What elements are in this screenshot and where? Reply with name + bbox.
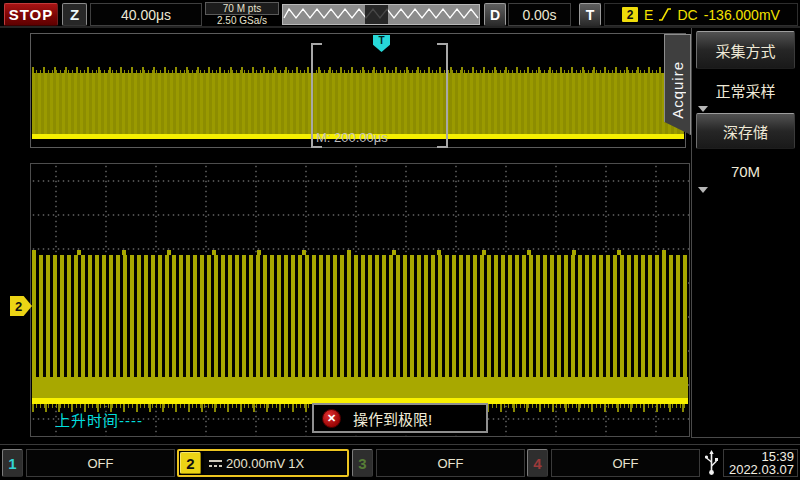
clock: 15:39 2022.03.07 bbox=[723, 449, 798, 477]
channel2-cell[interactable]: 2 200.00mV 1X bbox=[177, 449, 349, 477]
acquire-tab[interactable]: Acquire bbox=[664, 34, 691, 135]
delay-button[interactable]: D bbox=[484, 3, 506, 26]
channel2-probe: 1X bbox=[288, 456, 304, 471]
trigger-level: -136.000mV bbox=[704, 7, 780, 23]
zoom-window-right-bracket[interactable] bbox=[437, 43, 448, 148]
chevron-down-icon bbox=[698, 106, 708, 112]
channel2-scale: 200.00mV bbox=[226, 456, 285, 471]
side-menu: 采集方式 正常采样 深存储 70M bbox=[691, 28, 800, 438]
waveform-display: 上升时间---- bbox=[30, 163, 690, 437]
channel2-badge: 2 bbox=[180, 452, 201, 474]
channel1-status: OFF bbox=[26, 449, 175, 477]
channel3-badge: 3 bbox=[352, 449, 373, 477]
usb-indicator bbox=[702, 449, 721, 477]
memory-depth-text: 70M bbox=[731, 163, 760, 180]
view-window-marker bbox=[365, 5, 388, 24]
acquisition-mode-value: 正常采样 bbox=[694, 75, 797, 105]
rise-time-measurement: 上升时间---- bbox=[55, 409, 143, 430]
trigger-source-badge: 2 bbox=[622, 7, 638, 22]
run-stop-button[interactable]: STOP bbox=[4, 3, 58, 26]
channel1-badge: 1 bbox=[2, 449, 23, 477]
horizontal-delay-readout: 0.00s bbox=[508, 3, 571, 26]
error-icon: ✕ bbox=[322, 409, 341, 428]
channel3-status: OFF bbox=[376, 449, 525, 477]
channel4-badge: 4 bbox=[527, 449, 548, 477]
trigger-menu-button[interactable]: T bbox=[579, 3, 601, 26]
date-readout: 2022.03.07 bbox=[729, 463, 794, 476]
trigger-coupling: DC bbox=[677, 7, 697, 23]
rising-edge-icon bbox=[659, 7, 671, 22]
channel4-cell[interactable]: 4 OFF bbox=[527, 449, 700, 477]
main-timebase-label: M: 200.00μs bbox=[316, 130, 388, 145]
top-bar: STOP Z 40.00μs 70 M pts 2.50 GSa/s D 0.0… bbox=[0, 0, 800, 28]
menu-item-deep-memory[interactable]: 深存储 bbox=[696, 113, 795, 149]
memory-depth: 70 M pts bbox=[205, 2, 279, 15]
channel1-cell[interactable]: 1 OFF bbox=[2, 449, 175, 477]
channel2-waveform bbox=[32, 255, 688, 377]
dc-coupling-icon bbox=[208, 458, 223, 469]
alert-dialog: ✕ 操作到极限! bbox=[312, 403, 488, 433]
overview-waveform-band bbox=[32, 73, 684, 134]
chevron-down-icon bbox=[698, 187, 708, 193]
acquisition-readout: 70 M pts 2.50 GSa/s bbox=[205, 2, 279, 26]
menu-item-acquisition-mode[interactable]: 采集方式 bbox=[696, 31, 795, 69]
memory-depth-value: 70M bbox=[694, 156, 797, 186]
channel-status-bar: 1 OFF 2 200.00mV 1X 3 OFF 4 OFF bbox=[0, 444, 800, 480]
trigger-type: E bbox=[644, 7, 653, 23]
zoom-mode-button[interactable]: Z bbox=[62, 3, 87, 26]
timebase-readout: 40.00μs bbox=[90, 3, 202, 26]
channel3-cell[interactable]: 3 OFF bbox=[352, 449, 525, 477]
trigger-position-marker[interactable]: T bbox=[373, 35, 390, 52]
channel4-status: OFF bbox=[551, 449, 700, 477]
sample-rate: 2.50 GSa/s bbox=[205, 15, 279, 26]
channel2-settings: 200.00mV 1X bbox=[204, 452, 346, 474]
record-position-bar[interactable] bbox=[282, 4, 480, 25]
channel2-position-marker[interactable]: 2 bbox=[10, 296, 32, 316]
acquisition-mode-text: 正常采样 bbox=[715, 80, 775, 101]
oscilloscope-screen: STOP Z 40.00μs 70 M pts 2.50 GSa/s D 0.0… bbox=[0, 0, 800, 480]
waveform-overview: T M: 200.00μs bbox=[30, 33, 686, 148]
acquire-tab-label: Acquire bbox=[669, 51, 686, 119]
alert-message: 操作到极限! bbox=[353, 408, 432, 429]
channel2-waveform-dense bbox=[32, 377, 688, 398]
trigger-status: 2 E DC -136.000mV bbox=[604, 3, 798, 26]
usb-icon bbox=[705, 450, 718, 476]
